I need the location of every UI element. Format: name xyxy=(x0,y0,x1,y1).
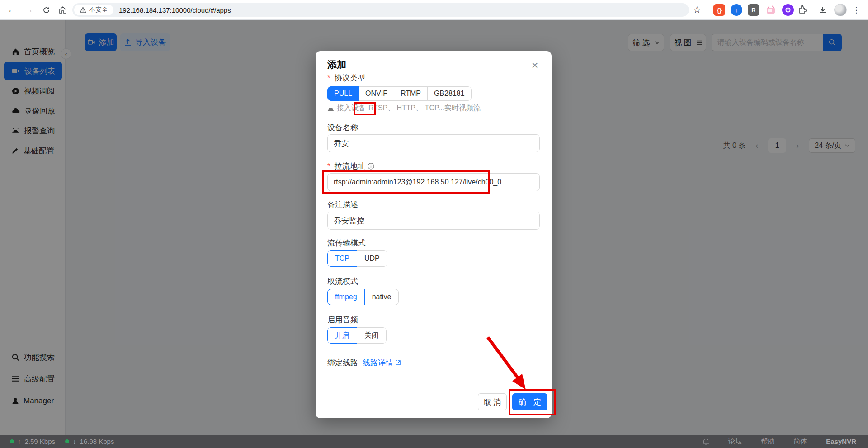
url-text: 192.168.184.137:10000/cloud/#/apps xyxy=(119,6,231,14)
bookmark-star-icon[interactable]: ☆ xyxy=(691,4,703,16)
remark-label: 备注描述 xyxy=(327,199,358,210)
url-bar[interactable]: 不安全 192.168.184.137:10000/cloud/#/apps xyxy=(72,3,689,17)
app-body: 首页概览 设备列表 视频调阅 录像回放 报警查询 基础配置 xyxy=(0,20,868,435)
external-link-icon xyxy=(395,360,401,366)
bandwidth-stats: ↑ 2.59 Kbps ↓ 16.98 Kbps xyxy=(10,438,114,445)
extension-tv-icon[interactable] xyxy=(765,4,777,16)
footer-link-help[interactable]: 帮助 xyxy=(761,437,774,446)
target-glyph xyxy=(785,7,791,13)
protocol-option-gb28181[interactable]: GB28181 xyxy=(427,86,472,101)
info-icon[interactable] xyxy=(368,163,374,170)
audio-label: 启用音频 xyxy=(327,315,358,325)
transport-option-udp[interactable]: UDP xyxy=(357,250,387,267)
bell-icon xyxy=(327,105,334,112)
forward-icon[interactable]: → xyxy=(23,4,35,16)
transport-mode-label: 流传输模式 xyxy=(327,238,366,248)
extension-r-icon[interactable]: R xyxy=(748,4,760,16)
fetch-mode-label: 取流模式 xyxy=(327,276,358,287)
protocol-option-onvif[interactable]: ONVIF xyxy=(359,86,394,101)
notice-text-highlight: RTSP、 xyxy=(368,104,395,113)
notice-text-pre: 接入设备 xyxy=(337,104,366,113)
brand-label: EasyNVR xyxy=(826,438,856,445)
upload-arrow-icon: ↑ xyxy=(18,438,21,445)
add-device-modal: 添加 × 协议类型 PULL ONVIF RTMP GB28181 接入设备RT… xyxy=(316,51,552,418)
download-speed: 16.98 Kbps xyxy=(80,438,114,445)
security-badge[interactable]: 不安全 xyxy=(74,5,113,15)
bind-line-row: 绑定线路 线路详情 xyxy=(327,358,401,368)
chrome-menu-icon[interactable]: ⋮ xyxy=(850,4,863,16)
extension-json-icon[interactable]: {} xyxy=(713,4,725,16)
fetch-option-ffmpeg[interactable]: ffmpeg xyxy=(327,289,365,305)
pull-url-label: 拉流地址 xyxy=(327,161,374,171)
protocol-notice: 接入设备RTSP、 HTTP、 TCP...实时视频流 xyxy=(327,104,481,113)
extensions-puzzle-icon[interactable] xyxy=(797,4,808,16)
protocol-label: 协议类型 xyxy=(327,73,365,83)
protocol-option-pull[interactable]: PULL xyxy=(327,86,359,101)
transport-mode-group: TCP UDP xyxy=(327,250,387,267)
home-icon[interactable] xyxy=(57,4,69,16)
device-name-input[interactable] xyxy=(327,134,540,152)
extension-target-icon[interactable] xyxy=(782,4,794,16)
bind-line-label: 绑定线路 xyxy=(327,358,358,368)
screen: ← → 不安全 192.168.184.137:10000/cloud/#/ap… xyxy=(0,0,868,448)
puzzle-glyph xyxy=(798,5,807,14)
fetch-option-native[interactable]: native xyxy=(364,289,399,305)
transport-option-tcp[interactable]: TCP xyxy=(327,250,357,267)
notification-bell-icon[interactable] xyxy=(703,438,709,445)
browser-chrome: ← → 不安全 192.168.184.137:10000/cloud/#/ap… xyxy=(0,0,868,20)
downloads-icon[interactable] xyxy=(816,4,829,16)
security-badge-label: 不安全 xyxy=(89,6,108,14)
audio-group: 开启 关闭 xyxy=(327,327,387,344)
notice-text-post: HTTP、 TCP...实时视频流 xyxy=(396,104,481,113)
confirm-button[interactable]: 确 定 xyxy=(512,393,547,410)
back-icon[interactable]: ← xyxy=(5,4,18,16)
download-arrow-icon: ↓ xyxy=(73,438,76,445)
refresh-glyph xyxy=(42,6,50,14)
footer-link-language[interactable]: 简体 xyxy=(793,437,807,446)
fetch-mode-group: ffmpeg native xyxy=(327,289,399,305)
protocol-option-rtmp[interactable]: RTMP xyxy=(394,86,428,101)
status-bar: ↑ 2.59 Kbps ↓ 16.98 Kbps 论坛 帮助 简体 EasyNV… xyxy=(0,435,868,448)
status-dot-up xyxy=(10,439,14,443)
footer-link-forum[interactable]: 论坛 xyxy=(728,437,742,446)
home-glyph xyxy=(59,6,67,14)
status-dot-down xyxy=(65,439,69,443)
upload-speed: 2.59 Kbps xyxy=(25,438,56,445)
audio-option-off[interactable]: 关闭 xyxy=(357,327,387,344)
remark-input[interactable] xyxy=(327,212,540,230)
chrome-separator xyxy=(812,5,812,14)
cancel-button[interactable]: 取 消 xyxy=(478,393,507,410)
pull-url-input[interactable] xyxy=(327,173,540,191)
close-icon[interactable]: × xyxy=(529,59,541,71)
refresh-icon[interactable] xyxy=(40,4,52,16)
warning-icon xyxy=(80,7,86,13)
downloads-glyph xyxy=(819,6,827,14)
protocol-group: PULL ONVIF RTMP GB28181 xyxy=(327,86,472,101)
line-details-link[interactable]: 线路详情 xyxy=(363,358,401,368)
footer-links: 论坛 帮助 简体 EasyNVR xyxy=(703,437,856,446)
audio-option-on[interactable]: 开启 xyxy=(327,327,357,344)
tv-glyph xyxy=(766,5,776,14)
extension-download-icon[interactable]: ↓ xyxy=(731,4,742,16)
device-name-label: 设备名称 xyxy=(327,123,358,133)
profile-avatar[interactable] xyxy=(834,4,847,16)
modal-title: 添加 xyxy=(327,58,346,71)
